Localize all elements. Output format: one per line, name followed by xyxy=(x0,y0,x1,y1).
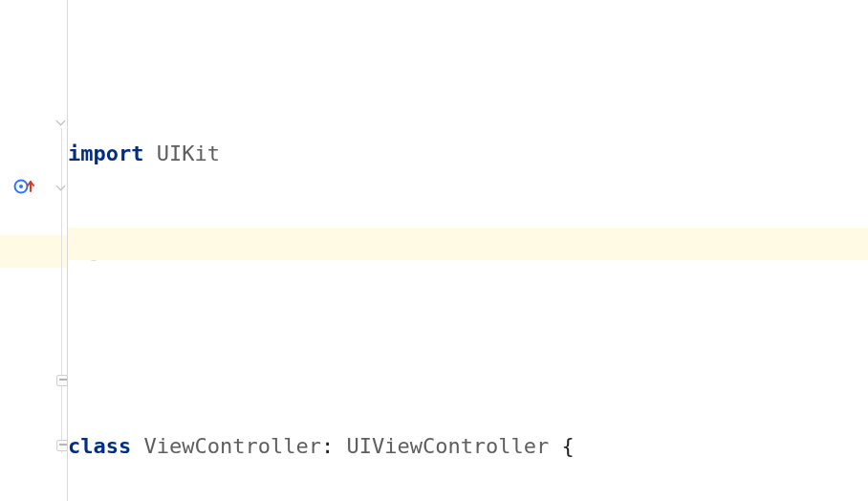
code-line-blank xyxy=(68,333,868,365)
fold-handle-func-close[interactable] xyxy=(56,375,68,386)
type-ref: UIViewController xyxy=(346,434,549,458)
keyword-class: class xyxy=(68,434,131,458)
svg-point-1 xyxy=(19,185,23,188)
editor-gutter xyxy=(0,0,68,501)
fold-guide-line xyxy=(61,128,62,453)
type-ref: UIKit xyxy=(157,142,220,165)
fold-handle-class-open[interactable] xyxy=(54,115,68,128)
fold-handle-func-open[interactable] xyxy=(54,180,68,193)
keyword-import: import xyxy=(68,142,143,165)
override-gutter-icon[interactable] xyxy=(13,176,34,197)
current-line-gutter-bg xyxy=(0,235,67,268)
type-decl: ViewController xyxy=(143,434,320,458)
code-line-blank xyxy=(68,235,868,268)
code-text-area[interactable]: import UIKit class ViewController: UIVie… xyxy=(68,0,868,501)
code-line: import UIKit xyxy=(68,138,868,170)
code-line: class ViewController: UIViewController { xyxy=(68,430,868,463)
fold-handle-class-close[interactable] xyxy=(56,440,68,451)
code-editor[interactable]: import UIKit class ViewController: UIVie… xyxy=(0,0,868,501)
